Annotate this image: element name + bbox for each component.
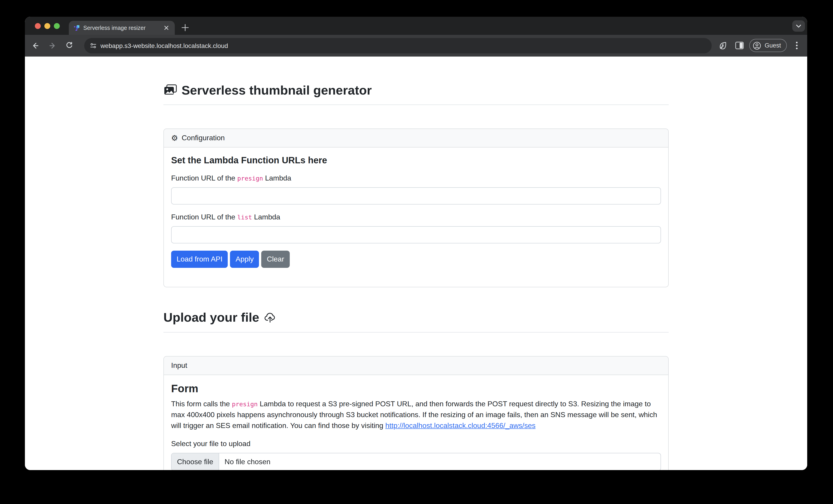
configuration-card: ⚙ Configuration Set the Lambda Function … xyxy=(163,128,669,287)
ses-link[interactable]: http://localhost.localstack.cloud:4566/_… xyxy=(385,422,536,430)
url-text: webapp.s3-website.localhost.localstack.c… xyxy=(100,42,228,49)
macos-close-button[interactable] xyxy=(35,23,41,29)
address-bar[interactable]: webapp.s3-website.localhost.localstack.c… xyxy=(84,38,712,53)
list-url-input[interactable] xyxy=(171,226,661,244)
menu-kebab-icon[interactable] xyxy=(796,42,798,49)
chevron-down-icon xyxy=(795,23,802,29)
guest-label: Guest xyxy=(765,42,781,49)
input-card: Input Form This form calls the presign L… xyxy=(163,356,669,470)
page-title-text: Serverless thumbnail generator xyxy=(182,82,372,98)
tab-title: Serverless image resizer xyxy=(83,25,162,31)
reload-icon[interactable] xyxy=(65,42,73,50)
new-tab-icon[interactable] xyxy=(181,24,189,32)
page-content: Serverless thumbnail generator ⚙ Configu… xyxy=(25,56,807,470)
file-chosen-status: No file chosen xyxy=(219,454,276,470)
configuration-card-body: Set the Lambda Function URLs here Functi… xyxy=(164,148,668,287)
form-description: This form calls the presign Lambda to re… xyxy=(171,399,661,431)
presign-url-label: Function URL of the presign Lambda xyxy=(171,173,661,184)
divider xyxy=(163,332,669,332)
load-from-api-button[interactable]: Load from API xyxy=(171,251,228,268)
list-code: list xyxy=(237,213,252,221)
profile-guest-button[interactable]: Guest xyxy=(749,39,787,52)
performance-leaf-icon[interactable] xyxy=(718,41,728,50)
configuration-header-label: Configuration xyxy=(182,132,225,144)
person-circle-icon xyxy=(753,41,761,50)
presign-code: presign xyxy=(237,175,263,182)
form-heading: Form xyxy=(171,382,661,395)
clear-button[interactable]: Clear xyxy=(261,251,289,268)
tab-close-icon[interactable] xyxy=(162,24,170,32)
cloud-upload-icon xyxy=(264,311,276,324)
configuration-card-header: ⚙ Configuration xyxy=(164,129,668,148)
presign-code: presign xyxy=(232,401,258,408)
list-url-label: Function URL of the list Lambda xyxy=(171,212,661,223)
images-icon xyxy=(163,84,177,96)
browser-toolbar: webapp.s3-website.localhost.localstack.c… xyxy=(25,35,807,56)
forward-icon[interactable] xyxy=(48,42,56,50)
choose-file-button[interactable]: Choose file xyxy=(172,454,219,470)
file-input[interactable]: Choose file No file chosen xyxy=(171,453,661,470)
presign-url-input[interactable] xyxy=(171,187,661,204)
lambda-urls-heading: Set the Lambda Function URLs here xyxy=(171,155,661,166)
site-settings-icon[interactable] xyxy=(90,42,97,49)
gear-icon: ⚙ xyxy=(171,134,178,142)
back-icon[interactable] xyxy=(31,42,40,50)
screenshot-stage: Serverless image resizer xyxy=(0,0,833,504)
side-panel-icon[interactable] xyxy=(735,42,744,49)
input-card-header: Input xyxy=(164,356,668,375)
page-title: Serverless thumbnail generator xyxy=(163,82,669,98)
configuration-buttons: Load from API Apply Clear xyxy=(171,251,661,268)
input-card-body: Form This form calls the presign Lambda … xyxy=(164,375,668,470)
apply-button[interactable]: Apply xyxy=(230,251,259,268)
upload-heading-text: Upload your file xyxy=(163,310,259,325)
browser-window: Serverless image resizer xyxy=(25,17,807,470)
file-select-label: Select your file to upload xyxy=(171,438,661,450)
upload-section-heading: Upload your file xyxy=(163,310,669,325)
tab-strip: Serverless image resizer xyxy=(25,17,807,35)
divider xyxy=(163,104,669,105)
browser-tab[interactable]: Serverless image resizer xyxy=(69,21,175,35)
tab-search-button[interactable] xyxy=(792,20,805,32)
input-header-label: Input xyxy=(171,360,187,371)
macos-zoom-button[interactable] xyxy=(54,23,60,29)
macos-minimize-button[interactable] xyxy=(44,23,50,29)
site-favicon-icon xyxy=(73,25,80,31)
